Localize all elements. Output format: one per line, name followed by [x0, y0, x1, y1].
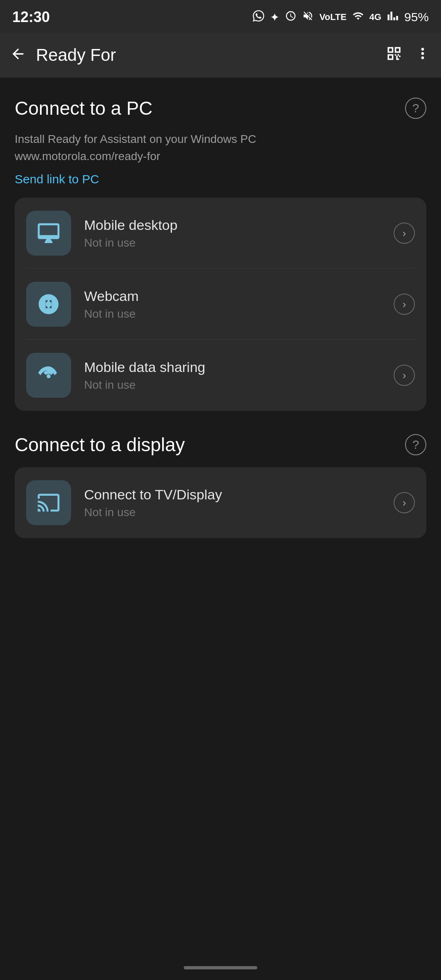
connect-display-title: Connect to a display [15, 434, 185, 456]
mobile-desktop-chevron: › [394, 223, 415, 244]
connect-pc-title: Connect to a PC [15, 97, 153, 119]
status-time: 12:30 [12, 9, 50, 26]
mute-icon [302, 10, 314, 24]
connect-pc-card: Mobile desktop Not in use › Webcam Not i… [15, 198, 426, 411]
connect-pc-help-button[interactable]: ? [405, 98, 426, 119]
battery-icon: 95% [404, 10, 429, 24]
back-button[interactable] [10, 46, 26, 65]
connect-tv-text: Connect to TV/Display Not in use [84, 487, 381, 519]
connect-pc-header: Connect to a PC ? [15, 97, 426, 119]
mobile-desktop-text: Mobile desktop Not in use [84, 217, 381, 249]
connect-tv-subtitle: Not in use [84, 506, 381, 519]
mobile-desktop-item[interactable]: Mobile desktop Not in use › [15, 198, 426, 269]
qr-code-icon[interactable] [385, 45, 403, 66]
connect-tv-chevron: › [394, 492, 415, 513]
connect-display-help-button[interactable]: ? [405, 434, 426, 455]
bottom-nav-bar [184, 966, 257, 969]
mobile-data-sharing-icon-container [26, 353, 71, 398]
send-link-button[interactable]: Send link to PC [15, 172, 99, 186]
connect-display-card: Connect to TV/Display Not in use › [15, 467, 426, 538]
connect-pc-description-block: Install Ready for Assistant on your Wind… [15, 131, 426, 186]
connect-tv-title: Connect to TV/Display [84, 487, 381, 503]
webcam-item[interactable]: Webcam Not in use › [15, 269, 426, 340]
mobile-desktop-subtitle: Not in use [84, 236, 381, 249]
camera-aperture-icon [37, 292, 60, 316]
mobile-data-sharing-chevron: › [394, 365, 415, 386]
connect-display-header: Connect to a display ? [15, 434, 426, 456]
webcam-icon-container [26, 282, 71, 327]
mobile-data-sharing-text: Mobile data sharing Not in use [84, 359, 381, 392]
webcam-chevron: › [394, 294, 415, 315]
page-title: Ready For [36, 45, 376, 65]
volte-icon: VoLTE [319, 12, 346, 22]
help-icon: ? [412, 101, 419, 115]
app-bar: Ready For [0, 33, 441, 78]
cast-icon [37, 491, 60, 514]
alarm-icon [285, 10, 296, 24]
signal-4g-icon: 4G [370, 12, 381, 22]
bottom-indicator [0, 956, 441, 980]
connect-pc-section: Connect to a PC ? Install Ready for Assi… [15, 97, 426, 411]
wifi-share-icon [37, 363, 60, 387]
mobile-data-sharing-item[interactable]: Mobile data sharing Not in use › [15, 340, 426, 411]
connect-tv-item[interactable]: Connect to TV/Display Not in use › [15, 467, 426, 538]
connect-pc-description: Install Ready for Assistant on your Wind… [15, 131, 426, 165]
main-content: Connect to a PC ? Install Ready for Assi… [0, 78, 441, 956]
webcam-text: Webcam Not in use [84, 288, 381, 321]
more-options-icon[interactable] [414, 45, 431, 66]
signal-bars-icon [387, 10, 399, 24]
connect-display-section: Connect to a display ? Connect to TV/Dis… [15, 434, 426, 538]
app-bar-actions [385, 45, 431, 66]
svg-point-0 [46, 301, 52, 307]
monitor-icon [37, 221, 60, 245]
cast-icon-container [26, 480, 71, 525]
webcam-subtitle: Not in use [84, 307, 381, 321]
status-bar: 12:30 ✦ VoLTE 4G 95% [0, 0, 441, 33]
wifi-icon [352, 10, 364, 24]
display-help-icon: ? [412, 438, 419, 452]
mobile-data-sharing-subtitle: Not in use [84, 379, 381, 392]
mobile-desktop-icon-container [26, 211, 71, 256]
webcam-title: Webcam [84, 288, 381, 304]
whatsapp-icon [253, 10, 264, 24]
status-icons: ✦ VoLTE 4G 95% [253, 10, 429, 24]
mobile-desktop-title: Mobile desktop [84, 217, 381, 233]
grid-icon: ✦ [270, 11, 279, 24]
mobile-data-sharing-title: Mobile data sharing [84, 359, 381, 375]
